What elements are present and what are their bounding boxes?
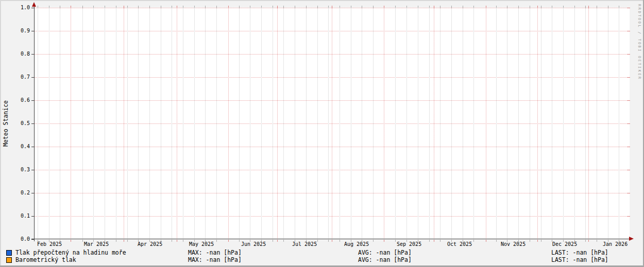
grid-tick-top <box>177 6 177 8</box>
x-tick-label: Sep 2025 <box>397 241 421 247</box>
x-axis-arrow-icon <box>629 237 634 241</box>
v-gridline-minor <box>295 8 295 239</box>
h-grid-right-tick <box>627 54 630 55</box>
v-gridline-minor <box>38 8 38 239</box>
grid-tick-top <box>434 6 434 8</box>
grid-tick-top <box>406 6 407 8</box>
grid-tick-top <box>373 6 374 8</box>
y-axis-arrow-icon <box>32 2 36 7</box>
grid-tick-top <box>588 6 589 8</box>
grid-tick-top <box>563 6 564 8</box>
grid-tick-bottom <box>486 240 486 242</box>
y-tick-label: 0.7 <box>15 74 30 80</box>
x-tick-label: Mar 2025 <box>84 241 109 247</box>
grid-tick-top <box>127 6 128 8</box>
h-grid-right-tick <box>627 77 630 78</box>
legend-stat-max: MAX: -nan [hPa] <box>188 249 242 256</box>
h-grid-right-tick <box>627 8 630 8</box>
grid-tick-top <box>340 6 340 8</box>
grid-tick-bottom <box>541 240 541 242</box>
y-tick-label: 0.0 <box>15 236 30 242</box>
v-gridline-minor <box>161 8 161 239</box>
v-gridline-minor <box>440 8 440 239</box>
grid-tick-bottom <box>82 240 83 242</box>
grid-tick-top <box>351 6 351 8</box>
v-gridline-minor <box>507 8 507 239</box>
x-tick-label: Jan 2026 <box>603 241 628 247</box>
v-gridline-minor <box>250 8 250 239</box>
v-gridline-major <box>537 8 538 239</box>
rrdtool-watermark: RRDTOOL / TOBI OETIKER <box>637 4 641 80</box>
grid-tick-top <box>537 6 538 8</box>
grid-tick-top <box>496 6 497 8</box>
v-gridline-minor <box>49 8 49 239</box>
grid-tick-top <box>38 6 38 8</box>
grid-tick-bottom <box>473 240 474 242</box>
v-gridline-minor <box>518 8 519 239</box>
grid-tick-top <box>574 6 575 8</box>
grid-tick-top <box>138 6 139 8</box>
grid-tick-top <box>473 6 474 8</box>
v-gridline-minor <box>283 8 284 239</box>
v-gridline-minor <box>138 8 139 239</box>
grid-tick-top <box>216 6 217 8</box>
y-axis-title: Meteo Stanice <box>2 8 9 239</box>
x-tick-label: May 2025 <box>189 241 214 247</box>
grid-tick-bottom <box>239 240 240 242</box>
grid-tick-top <box>183 6 183 8</box>
y-tick-label: 0.9 <box>15 28 30 34</box>
grid-tick-bottom <box>597 240 597 242</box>
h-grid-right-tick <box>627 216 630 217</box>
grid-tick-bottom <box>588 240 589 242</box>
grid-tick-bottom <box>384 240 384 242</box>
grid-tick-top <box>440 6 440 8</box>
v-gridline-minor <box>306 8 307 239</box>
x-tick-label: Nov 2025 <box>501 241 526 247</box>
v-gridline-minor <box>552 8 552 239</box>
grid-tick-bottom <box>183 240 183 242</box>
grid-tick-bottom <box>124 240 124 242</box>
grid-tick-top <box>530 6 530 8</box>
grid-tick-bottom <box>228 240 229 242</box>
v-gridline-major <box>588 8 589 239</box>
grid-tick-bottom <box>172 240 172 242</box>
grid-tick-top <box>463 6 463 8</box>
grid-tick-bottom <box>340 240 340 242</box>
legend-stat-avg: AVG: -nan [hPa] <box>358 249 412 256</box>
legend-stat-max: MAX: -nan [hPa] <box>188 256 242 263</box>
v-gridline-minor <box>93 8 94 239</box>
v-gridline-minor <box>194 8 195 239</box>
grid-tick-top <box>283 6 284 8</box>
grid-tick-bottom <box>283 240 284 242</box>
y-tick-label: 0.2 <box>15 190 30 196</box>
grid-tick-top <box>105 6 105 8</box>
grid-tick-top <box>277 6 278 8</box>
grid-tick-top <box>124 6 124 8</box>
grid-tick-bottom <box>373 240 374 242</box>
v-gridline-minor <box>373 8 374 239</box>
grid-tick-bottom <box>585 240 586 242</box>
x-tick-label: Aug 2025 <box>344 241 369 247</box>
v-gridline-minor <box>105 8 105 239</box>
frame-border-left <box>0 0 1 267</box>
v-gridline-minor <box>463 8 463 239</box>
legend-swatch <box>6 250 12 256</box>
grid-tick-bottom <box>537 240 538 242</box>
v-gridline-minor <box>205 8 206 239</box>
v-gridline-minor <box>362 8 362 239</box>
v-gridline-minor <box>395 8 396 239</box>
x-tick-label: Apr 2025 <box>138 241 162 247</box>
grid-tick-top <box>395 6 396 8</box>
v-gridline-major <box>277 8 278 239</box>
grid-tick-bottom <box>328 240 329 242</box>
v-gridline-minor <box>317 8 318 239</box>
v-gridline-minor <box>216 8 217 239</box>
grid-tick-top <box>362 6 362 8</box>
v-gridline-minor <box>183 8 183 239</box>
grid-tick-top <box>161 6 161 8</box>
grid-tick-top <box>295 6 295 8</box>
h-grid-right-tick <box>627 31 630 31</box>
v-gridline-minor <box>82 8 83 239</box>
grid-tick-bottom <box>332 240 332 242</box>
v-gridline-major <box>486 8 486 239</box>
